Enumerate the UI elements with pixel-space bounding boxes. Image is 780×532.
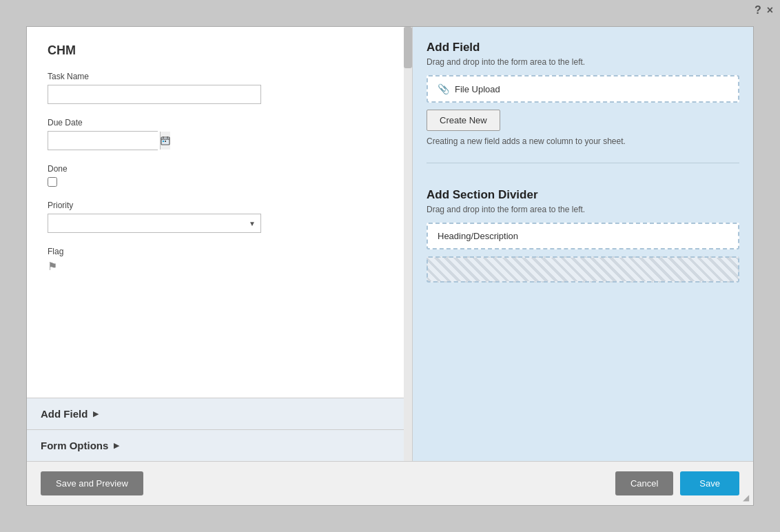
scroll-thumb[interactable]: [404, 27, 412, 68]
right-panel: Add Field Drag and drop into the form ar…: [413, 27, 753, 461]
due-date-input[interactable]: [48, 132, 160, 150]
add-field-subtitle: Drag and drop into the form area to the …: [427, 57, 739, 67]
priority-select-wrap: High Medium Low ▼: [48, 214, 261, 233]
due-date-field: Due Date: [48, 118, 391, 150]
cancel-button[interactable]: Cancel: [615, 471, 673, 495]
add-section-divider-panel: Add Section Divider Drag and drop into t…: [427, 188, 739, 289]
add-field-title: Add Field: [427, 41, 739, 54]
form-options-arrow-icon: ▶: [114, 441, 119, 450]
footer-left: Save and Preview: [41, 471, 143, 495]
close-icon[interactable]: ×: [767, 4, 773, 17]
add-field-arrow-icon: ▶: [93, 409, 99, 418]
dialog-footer: Save and Preview Cancel Save: [27, 461, 753, 505]
left-panel: CHM Task Name Due Date: [27, 27, 413, 461]
flag-field: Flag ⚑: [48, 247, 391, 273]
task-name-field: Task Name: [48, 72, 391, 104]
form-options-section-title: Form Options: [41, 440, 108, 451]
svg-rect-4: [163, 141, 164, 142]
add-field-section-toggle[interactable]: Add Field ▶: [27, 398, 412, 429]
calendar-icon[interactable]: [160, 132, 170, 150]
top-bar: ? ×: [748, 0, 780, 21]
task-name-label: Task Name: [48, 72, 391, 81]
priority-select[interactable]: High Medium Low: [48, 214, 261, 233]
form-options-section-toggle[interactable]: Form Options ▶: [27, 429, 412, 461]
flag-label: Flag: [48, 247, 391, 256]
panel-divider: [427, 163, 739, 163]
add-field-panel: Add Field Drag and drop into the form ar…: [427, 41, 739, 146]
priority-field: Priority High Medium Low ▼: [48, 201, 391, 233]
add-section-divider-subtitle: Drag and drop into the form area to the …: [427, 205, 739, 214]
create-new-note: Creating a new field adds a new column t…: [427, 136, 739, 146]
empty-drag-item[interactable]: [427, 256, 739, 283]
due-date-label: Due Date: [48, 118, 391, 127]
file-upload-drag-item[interactable]: 📎 File Upload: [427, 75, 739, 103]
task-name-input[interactable]: [48, 85, 261, 104]
priority-label: Priority: [48, 201, 391, 210]
done-checkbox[interactable]: [48, 177, 57, 187]
file-upload-label: File Upload: [455, 84, 500, 94]
add-section-divider-title: Add Section Divider: [427, 188, 739, 202]
dialog: CHM Task Name Due Date: [26, 26, 754, 506]
svg-rect-5: [165, 141, 166, 142]
add-field-section-title: Add Field: [41, 408, 88, 420]
due-date-wrap: [48, 131, 158, 150]
save-and-preview-button[interactable]: Save and Preview: [41, 471, 143, 495]
heading-description-label: Heading/Description: [438, 231, 518, 241]
done-checkbox-wrap: [48, 177, 391, 187]
save-button[interactable]: Save: [680, 471, 739, 495]
footer-right: Cancel Save: [615, 471, 739, 495]
form-title: CHM: [48, 43, 391, 58]
flag-icon: ⚑: [48, 260, 57, 272]
heading-description-drag-item[interactable]: Heading/Description: [427, 223, 739, 249]
done-label: Done: [48, 164, 391, 174]
resize-handle[interactable]: ◢: [743, 493, 749, 502]
done-field: Done: [48, 164, 391, 187]
create-new-button[interactable]: Create New: [427, 110, 500, 131]
paperclip-icon: 📎: [438, 83, 449, 94]
scroll-track: [404, 27, 412, 461]
form-area: CHM Task Name Due Date: [27, 27, 412, 398]
help-icon[interactable]: ?: [755, 4, 761, 17]
